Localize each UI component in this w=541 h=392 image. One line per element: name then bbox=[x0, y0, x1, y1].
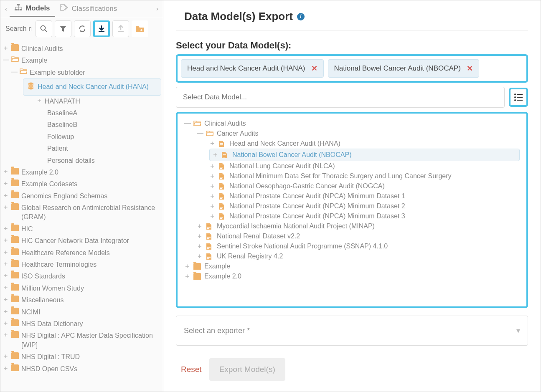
svg-rect-20 bbox=[223, 156, 226, 156]
chip-hana-label: Head and Neck Cancer Audit (HANA) bbox=[187, 64, 305, 73]
svg-point-14 bbox=[514, 99, 516, 101]
svg-rect-3 bbox=[20, 9, 22, 10]
mt-npca3[interactable]: +National Prostate Cancer Audit (NPCA) M… bbox=[209, 211, 520, 221]
tree-misc[interactable]: +Miscellaneous bbox=[2, 294, 161, 306]
import-button[interactable] bbox=[112, 20, 129, 37]
models-icon bbox=[15, 4, 22, 13]
tree-example20[interactable]: +Example 2.0 bbox=[2, 167, 161, 178]
tag-icon bbox=[60, 4, 69, 13]
tree-baselineb[interactable]: BaselineB bbox=[46, 119, 161, 131]
expand-icon: + bbox=[3, 284, 9, 291]
tab-models[interactable]: Models bbox=[10, 0, 55, 17]
mt-example[interactable]: +Example bbox=[184, 261, 520, 271]
mt-clinical-audits[interactable]: —Clinical Audits bbox=[184, 119, 520, 129]
tree-nhsd-csv[interactable]: +NHSD Open CSVs bbox=[2, 363, 161, 375]
expand-icon: + bbox=[209, 140, 215, 147]
export-models-button[interactable]: Export Model(s) bbox=[209, 358, 285, 381]
svg-rect-50 bbox=[207, 257, 211, 258]
folder-icon bbox=[11, 364, 19, 371]
folder-icon bbox=[193, 263, 201, 270]
page-title: Data Model(s) Export bbox=[184, 10, 293, 23]
database-icon bbox=[28, 82, 35, 89]
expand-icon: + bbox=[3, 180, 9, 187]
chip-nbocap-remove[interactable]: ✕ bbox=[467, 64, 473, 73]
info-icon[interactable]: i bbox=[297, 13, 305, 20]
svg-rect-39 bbox=[220, 218, 222, 219]
select-data-model-input[interactable] bbox=[176, 87, 505, 108]
tree-ncimi[interactable]: +NCIMI bbox=[2, 306, 161, 318]
mt-minap[interactable]: +Myocardial Ischaemia National Audit Pro… bbox=[197, 221, 520, 231]
tree-href-models[interactable]: +Healthcare Reference Models bbox=[2, 247, 161, 259]
folder-icon bbox=[11, 192, 19, 198]
mt-ssnap[interactable]: +Sentinel Stroke National Audit Programm… bbox=[197, 241, 520, 251]
mt-ukrenal[interactable]: +UK Renal Registry 4.2 bbox=[197, 251, 520, 261]
expand-icon: + bbox=[3, 44, 9, 51]
tab-models-label: Models bbox=[25, 4, 50, 13]
svg-rect-31 bbox=[220, 196, 223, 196]
exporter-select[interactable]: Select an exporter * ▾ bbox=[176, 316, 528, 346]
tree-nhs-apc[interactable]: +NHS Digital : APC Master Data Specifica… bbox=[2, 330, 161, 351]
mt-nogca[interactable]: +National Oesophago-Gastric Cancer Audit… bbox=[209, 181, 520, 191]
tree-million[interactable]: +Million Women Study bbox=[2, 283, 161, 294]
tabs-scroll-left[interactable]: ‹ bbox=[3, 5, 10, 12]
chip-hana-remove[interactable]: ✕ bbox=[311, 64, 317, 73]
tab-classifications[interactable]: Classifications bbox=[55, 1, 122, 16]
mt-npca2[interactable]: +National Prostate Cancer Audit (NPCA) M… bbox=[209, 201, 520, 211]
tree-example[interactable]: —Example bbox=[2, 55, 161, 66]
tree-hanapath[interactable]: +HANAPATH bbox=[36, 96, 161, 107]
expand-icon: + bbox=[3, 352, 9, 359]
mt-renal[interactable]: +National Renal Dataset v2.2 bbox=[197, 231, 520, 241]
tree-view-toggle[interactable] bbox=[509, 88, 528, 107]
reset-button[interactable]: Reset bbox=[181, 365, 202, 374]
svg-rect-47 bbox=[207, 247, 211, 248]
mt-cancer-audits[interactable]: —Cancer Audits bbox=[197, 129, 520, 139]
export-button[interactable] bbox=[93, 20, 110, 37]
tree-hic-cancer[interactable]: +HIC Cancer Network Data Integrator bbox=[2, 235, 161, 247]
filter-button[interactable] bbox=[55, 20, 71, 37]
tree-hterm[interactable]: +Healthcare Terminologies bbox=[2, 259, 161, 271]
search-button[interactable] bbox=[36, 20, 52, 37]
tree-nhs-trud[interactable]: +NHS Digital : TRUD bbox=[2, 351, 161, 363]
folder-icon bbox=[11, 168, 19, 175]
svg-rect-2 bbox=[18, 9, 20, 10]
tree-gram[interactable]: +Global Research on Antimicrobial Resist… bbox=[2, 202, 161, 223]
new-folder-button[interactable] bbox=[132, 20, 148, 37]
expand-icon: + bbox=[209, 182, 215, 190]
tree-personal[interactable]: Personal details bbox=[46, 155, 161, 167]
tree-hana[interactable]: Head and Neck Cancer Audit (HANA) bbox=[23, 78, 161, 95]
search-input[interactable] bbox=[4, 23, 33, 34]
expand-icon: + bbox=[197, 253, 203, 260]
svg-point-8 bbox=[28, 84, 33, 86]
refresh-button[interactable] bbox=[74, 20, 91, 37]
svg-rect-28 bbox=[220, 186, 223, 186]
tree-followup[interactable]: Followup bbox=[46, 131, 161, 143]
tree-genomics[interactable]: +Genomics England Schemas bbox=[2, 190, 161, 202]
tab-classifications-label: Classifications bbox=[72, 5, 117, 13]
tree-hic[interactable]: +HIC bbox=[2, 223, 161, 235]
svg-rect-40 bbox=[207, 226, 211, 226]
tree-baselinea[interactable]: BaselineA bbox=[46, 107, 161, 119]
document-icon bbox=[218, 203, 226, 210]
svg-point-5 bbox=[41, 26, 46, 30]
mt-thoracic[interactable]: +National Minimum Data Set for Thoracic … bbox=[209, 171, 520, 181]
mt-nbocap[interactable]: +National Bowel Cancer Audit (NBOCAP) bbox=[209, 149, 520, 161]
folder-icon bbox=[11, 225, 19, 231]
mt-npca1[interactable]: +National Prostate Cancer Audit (NPCA) M… bbox=[209, 191, 520, 201]
folder-icon bbox=[11, 308, 19, 314]
svg-rect-45 bbox=[207, 238, 209, 239]
mt-hana[interactable]: +Head and Neck Cancer Audit (HANA) bbox=[209, 139, 520, 149]
svg-rect-41 bbox=[207, 227, 211, 228]
tree-example-subfolder[interactable]: —Example subfolder bbox=[10, 67, 161, 78]
tree-nhs-dd[interactable]: +NHS Data Dictionary bbox=[2, 318, 161, 330]
tree-codesets[interactable]: +Example Codesets bbox=[2, 178, 161, 190]
tree-clinical-audits[interactable]: +Clinical Audits bbox=[2, 43, 161, 55]
document-icon bbox=[218, 183, 226, 190]
tabs-scroll-right[interactable]: › bbox=[154, 5, 161, 12]
mt-nlca[interactable]: +National Lung Cancer Audit (NLCA) bbox=[209, 161, 520, 171]
tree-patient[interactable]: Patient bbox=[46, 143, 161, 154]
tree-iso[interactable]: +ISO Standards bbox=[2, 271, 161, 282]
svg-rect-11 bbox=[517, 94, 523, 95]
folder-icon bbox=[11, 260, 19, 267]
document-icon bbox=[206, 233, 213, 240]
mt-example20[interactable]: +Example 2.0 bbox=[184, 271, 520, 281]
